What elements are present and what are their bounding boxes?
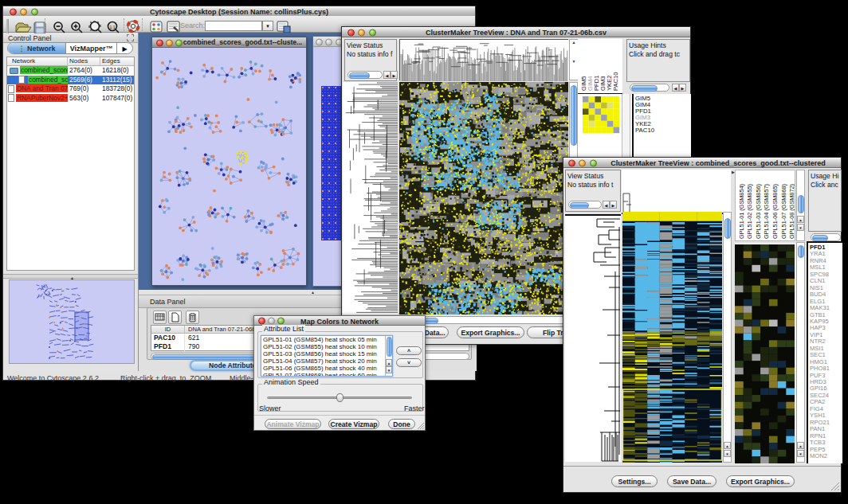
svg-text:GPL51-03 (GSM856): GPL51-03 (GSM856)	[755, 184, 762, 239]
svg-text:1:1: 1:1	[110, 25, 116, 29]
svg-text:GPL51-07 (GSM868): GPL51-07 (GSM868)	[780, 184, 787, 239]
svg-text:PAC10: PAC10	[612, 72, 619, 92]
svg-text:GPL51-04 (GSM857): GPL51-04 (GSM857)	[763, 184, 770, 239]
svg-text:GPL51-06 (GSM865): GPL51-06 (GSM865)	[771, 184, 779, 239]
svg-text:GPL51-08 (GSM872): GPL51-08 (GSM872)	[788, 184, 795, 239]
svg-text:GPL51-02 (GSM855): GPL51-02 (GSM855)	[746, 184, 753, 239]
svg-text:GPL51-01 (GSM854): GPL51-01 (GSM854)	[738, 184, 745, 239]
